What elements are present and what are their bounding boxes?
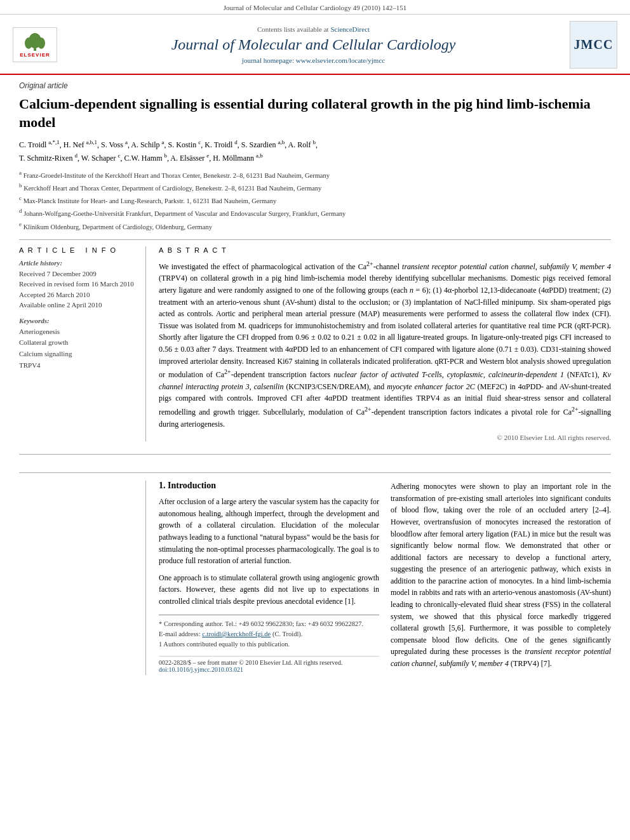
footer-bar: 0022-2828/$ – see front matter © 2010 El…	[159, 656, 379, 673]
left-column: A R T I C L E I N F O Article history: R…	[19, 246, 146, 441]
keywords-section: Keywords: Arteriogenesis Collateral grow…	[19, 317, 138, 371]
top-bar: Journal of Molecular and Cellular Cardio…	[0, 0, 630, 15]
body-section	[19, 454, 611, 461]
svg-point-2	[25, 37, 32, 49]
header-section: ELSEVIER Contents lists available at Sci…	[0, 15, 630, 75]
affiliation-a: a Franz-Groedel-Institute of the Kerckho…	[19, 169, 611, 180]
intro-right: 1. Introduction After occlusion of a lar…	[159, 481, 611, 675]
affiliations: a Franz-Groedel-Institute of the Kerckho…	[19, 169, 611, 232]
history-label: Article history:	[19, 259, 138, 267]
introduction-section: 1. Introduction After occlusion of a lar…	[19, 472, 611, 675]
affiliation-e: e Klinikum Oldenburg, Department of Card…	[19, 220, 611, 232]
footnotes: * Corresponding author. Tel.: +49 6032 9…	[159, 615, 379, 649]
header-center: Contents lists available at ScienceDirec…	[57, 25, 570, 64]
intro-left	[19, 481, 146, 675]
journal-logo-box: JMCC	[570, 21, 617, 69]
using-keyword: using	[304, 573, 320, 582]
article-type: Original article	[19, 81, 611, 90]
article-main-title: Calcium-dependent signalling is essentia…	[19, 95, 611, 131]
intro-para3: Adhering monocytes were shown to play an…	[391, 481, 611, 670]
sciencedirect-link[interactable]: ScienceDirect	[330, 25, 370, 33]
footnote-star: * Corresponding author. Tel.: +49 6032 9…	[159, 619, 379, 629]
article-info-heading: A R T I C L E I N F O	[19, 246, 138, 254]
intro-heading: 1. Introduction	[159, 481, 379, 491]
article-history: Article history: Received 7 December 200…	[19, 259, 138, 310]
two-col-section: A R T I C L E I N F O Article history: R…	[19, 239, 611, 441]
footnote-email: E-mail address: c.troidl@kerckhoff-fgi.d…	[159, 629, 379, 639]
accepted-date: Accepted 26 March 2010	[19, 290, 138, 300]
email-label: E-mail address:	[159, 630, 201, 637]
keyword-arteriogenesis: Arteriogenesis	[19, 326, 138, 338]
svg-point-3	[37, 37, 45, 49]
intro-left-col: 1. Introduction After occlusion of a lar…	[159, 481, 379, 675]
footer-issn: 0022-2828/$ – see front matter © 2010 El…	[159, 659, 379, 666]
intro-para2: One approach is to stimulate collateral …	[159, 572, 379, 608]
journal-title-header: Journal of Molecular and Cellular Cardio…	[57, 36, 570, 54]
keywords-label: Keywords:	[19, 317, 138, 324]
contents-line: Contents lists available at ScienceDirec…	[57, 25, 570, 33]
footnote-1: 1 Authors contributed equally to this pu…	[159, 639, 379, 650]
copyright-line: © 2010 Elsevier Ltd. All rights reserved…	[159, 434, 611, 441]
contents-label: Contents lists available at	[257, 25, 329, 33]
abstract-text: We investigated the effect of pharmacolo…	[159, 259, 611, 430]
one-keyword: One	[505, 636, 518, 644]
right-column: A B S T R A C T We investigated the effe…	[159, 246, 611, 441]
keyword-trpv4: TRPV4	[19, 360, 138, 371]
journal-abbrev: JMCC	[574, 37, 613, 52]
affiliation-b: b Kerckhoff Heart and Thorax Center, Dep…	[19, 182, 611, 193]
keyword-calcium: Calcium signalling	[19, 349, 138, 360]
intro-right-col: Adhering monocytes were shown to play an…	[391, 481, 611, 675]
main-content: Original article Calcium-dependent signa…	[0, 75, 630, 688]
available-date: Available online 2 April 2010	[19, 300, 138, 310]
email-note: (C. Troidl).	[272, 630, 303, 637]
authors-line: C. Troidl a,*,1, H. Nef a,b,1, S. Voss a…	[19, 138, 611, 164]
homepage-link[interactable]: journal homepage: www.elsevier.com/locat…	[242, 57, 385, 64]
email-link[interactable]: c.troidl@kerckhoff-fgi.de	[202, 630, 271, 637]
elsevier-logo: ELSEVIER	[13, 27, 57, 62]
revised-date: Received in revised form 16 March 2010	[19, 279, 138, 290]
received-date: Received 7 December 2009	[19, 269, 138, 279]
affiliation-c: c Max-Planck Institute for Heart- and Lu…	[19, 194, 611, 206]
footer-doi: doi:10.1016/j.yjmcc.2010.03.021	[159, 666, 379, 673]
affiliation-d: d Johann-Wolfgang-Goethe-Universität Fra…	[19, 207, 611, 218]
keyword-collateral: Collateral growth	[19, 337, 138, 349]
header-left: ELSEVIER	[13, 27, 57, 62]
page-wrapper: Journal of Molecular and Cellular Cardio…	[0, 0, 630, 840]
intro-para1: After occlusion of a large artery the va…	[159, 496, 379, 567]
journal-homepage: journal homepage: www.elsevier.com/locat…	[57, 57, 570, 64]
journal-ref: Journal of Molecular and Cellular Cardio…	[224, 4, 406, 11]
abstract-heading: A B S T R A C T	[159, 246, 611, 254]
